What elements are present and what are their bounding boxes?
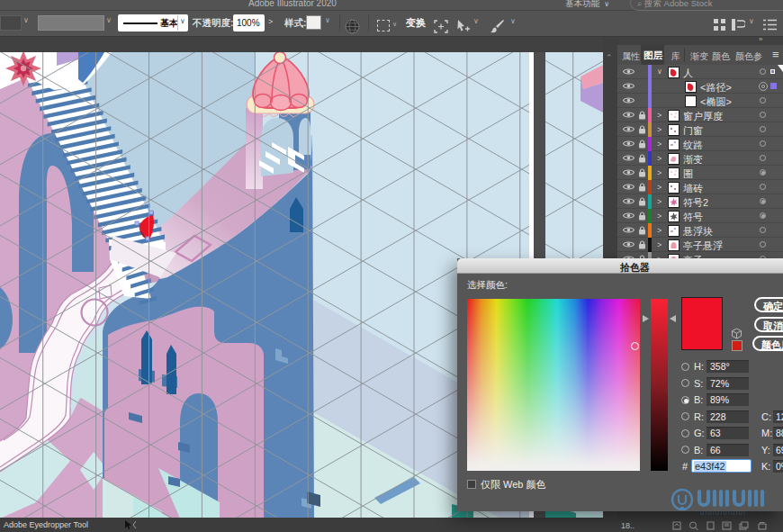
svg-text:U I U I U I U I U I U I: U I U I U I U I U I U I [700,510,745,516]
